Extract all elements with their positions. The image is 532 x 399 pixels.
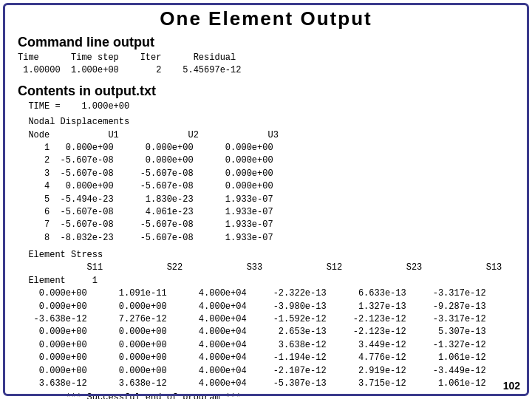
page-number: 102 [503,380,520,392]
outer-border [3,3,529,396]
